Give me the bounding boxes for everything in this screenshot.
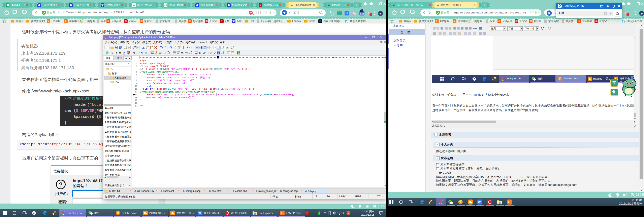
svg-text:I: I (116, 51, 117, 54)
svg-text:a: a (189, 47, 190, 49)
svg-text:PRE: PRE (185, 52, 188, 54)
svg-text:W: W (196, 46, 198, 49)
svg-text:B: B (112, 51, 113, 54)
svg-text:Hi: Hi (145, 52, 147, 54)
svg-text:hao: hao (80, 21, 84, 23)
svg-text:U: U (119, 51, 121, 54)
svg-text:A: A (187, 46, 188, 49)
svg-text:A: A (195, 52, 197, 54)
svg-text:1AB: 1AB (204, 46, 206, 48)
svg-text:W: W (198, 212, 201, 215)
svg-text:2CD: 2CD (204, 48, 206, 49)
svg-text:hao: hao (468, 21, 471, 23)
svg-text:A: A (174, 46, 175, 48)
svg-text:<>: <> (137, 47, 139, 49)
svg-text:SP: SP (203, 52, 206, 54)
svg-text:HTML: HTML (473, 27, 478, 29)
svg-text:¶: ¶ (141, 51, 143, 54)
svg-text:c: c (168, 52, 169, 54)
svg-text:ABC: ABC (132, 46, 136, 48)
svg-text:nb: nb (133, 52, 135, 54)
svg-text:X: X (508, 201, 510, 204)
svg-text:Hx: Hx (191, 46, 194, 49)
svg-text:div: div (199, 52, 201, 54)
svg-text:A: A (123, 51, 125, 54)
svg-text:W: W (478, 201, 481, 204)
svg-text:?: ? (233, 46, 234, 48)
svg-text:X: X (280, 212, 282, 215)
